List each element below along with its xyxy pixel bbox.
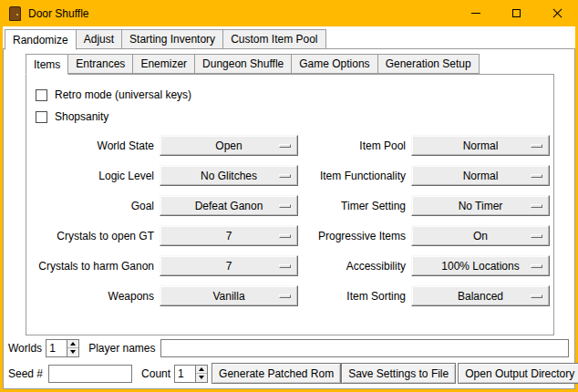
timer-setting-value: No Timer [459, 200, 503, 212]
dropdown-indicator-icon [531, 144, 542, 148]
world-state-value: Open [215, 139, 242, 152]
shopsanity-label: Shopsanity [55, 110, 108, 123]
world-state-dropdown[interactable]: Open [160, 135, 298, 156]
shopsanity-row: Shopsanity [26, 106, 553, 128]
retro-mode-row: Retro mode (universal keys) [26, 84, 553, 106]
count-input[interactable] [175, 366, 195, 382]
logic-level-label: Logic Level [34, 170, 154, 182]
crystals-ganon-value: 7 [226, 260, 232, 273]
retro-mode-checkbox[interactable] [36, 89, 47, 101]
accessibility-value: 100% Locations [441, 260, 519, 273]
timer-setting-dropdown[interactable]: No Timer [411, 195, 550, 216]
tab-adjust[interactable]: Adjust [76, 29, 122, 49]
save-settings-button[interactable]: Save Settings to File [341, 363, 456, 384]
tab-entrances[interactable]: Entrances [67, 54, 133, 74]
progressive-items-value: On [473, 230, 488, 242]
close-button[interactable] [537, 0, 578, 26]
titlebar[interactable]: Door Shuffle [0, 0, 578, 26]
timer-setting-label: Timer Setting [304, 200, 406, 212]
arrow-down-icon [70, 350, 76, 354]
crystals-gt-dropdown[interactable]: 7 [160, 225, 298, 246]
app-icon [9, 6, 21, 21]
logic-level-value: No Glitches [201, 170, 257, 182]
items-pane: Retro mode (universal keys) Shopsanity W… [26, 74, 554, 335]
worlds-spinner[interactable] [46, 339, 79, 357]
accessibility-dropdown[interactable]: 100% Locations [411, 255, 550, 276]
count-label: Count [141, 367, 170, 380]
seed-row: Seed # Count Generate Patched Rom Save S… [8, 363, 570, 384]
spin-down-button[interactable] [67, 347, 78, 356]
item-functionality-dropdown[interactable]: Normal [411, 165, 550, 186]
weapons-dropdown[interactable]: Vanilla [160, 285, 298, 306]
window-controls [455, 0, 578, 26]
count-spinner-arrows [195, 366, 207, 382]
tab-enemizer[interactable]: Enemizer [132, 54, 195, 74]
dropdown-indicator-icon [279, 204, 291, 208]
window-content: Randomize Adjust Starting Inventory Cust… [3, 26, 575, 389]
arrow-up-icon [70, 342, 76, 346]
item-functionality-value: Normal [463, 170, 499, 182]
options-grid: World State Open Item Pool Normal Logic … [26, 135, 553, 306]
spin-up-button[interactable] [67, 340, 78, 348]
weapons-label: Weapons [34, 290, 154, 303]
item-functionality-label: Item Functionality [304, 170, 406, 182]
maximize-icon [512, 9, 521, 17]
crystals-ganon-label: Crystals to harm Ganon [34, 260, 154, 273]
dropdown-indicator-icon [279, 174, 291, 178]
count-spinner[interactable] [174, 365, 208, 383]
item-sorting-label: Item Sorting [304, 290, 406, 303]
progressive-items-dropdown[interactable]: On [411, 225, 550, 246]
worlds-spinner-arrows [67, 340, 78, 356]
dropdown-indicator-icon [279, 264, 291, 268]
goal-label: Goal [34, 200, 154, 212]
generate-patched-rom-button[interactable]: Generate Patched Rom [212, 363, 341, 384]
minimize-button[interactable] [455, 0, 496, 26]
goal-dropdown[interactable]: Defeat Ganon [160, 195, 298, 216]
logic-level-dropdown[interactable]: No Glitches [160, 165, 298, 186]
crystals-gt-label: Crystals to open GT [34, 230, 154, 242]
spin-up-button[interactable] [196, 366, 207, 374]
dropdown-indicator-icon [279, 234, 291, 238]
world-state-label: World State [34, 139, 154, 152]
arrow-down-icon [199, 376, 204, 379]
dropdown-indicator-icon [531, 294, 542, 298]
dropdown-indicator-icon [531, 234, 542, 238]
goal-value: Defeat Ganon [195, 200, 263, 212]
crystals-gt-value: 7 [226, 230, 232, 242]
tab-randomize[interactable]: Randomize [5, 29, 77, 50]
tab-dungeon-shuffle[interactable]: Dungeon Shuffle [194, 54, 292, 74]
item-sorting-dropdown[interactable]: Balanced [411, 285, 550, 306]
arrow-up-icon [199, 367, 204, 371]
minimize-icon [471, 13, 480, 14]
retro-mode-label: Retro mode (universal keys) [55, 88, 191, 101]
player-names-label: Player names [88, 342, 155, 355]
item-pool-dropdown[interactable]: Normal [411, 135, 550, 156]
item-sorting-value: Balanced [458, 290, 503, 303]
tab-custom-item-pool[interactable]: Custom Item Pool [222, 29, 325, 49]
spin-down-button[interactable] [196, 373, 207, 382]
dropdown-indicator-icon [531, 264, 542, 268]
close-icon [552, 8, 563, 18]
tab-game-options[interactable]: Game Options [291, 54, 377, 74]
tab-items[interactable]: Items [26, 54, 68, 75]
randomize-pane: Items Entrances Enemizer Dungeon Shuffle… [3, 48, 575, 389]
tab-generation-setup[interactable]: Generation Setup [377, 54, 480, 74]
tab-starting-inventory[interactable]: Starting Inventory [121, 29, 223, 49]
worlds-label: Worlds [8, 342, 42, 355]
secondary-tab-bar: Items Entrances Enemizer Dungeon Shuffle… [4, 49, 574, 74]
primary-tab-bar: Randomize Adjust Starting Inventory Cust… [3, 26, 575, 49]
shopsanity-checkbox[interactable] [36, 111, 47, 123]
dropdown-indicator-icon [531, 174, 542, 178]
player-names-input[interactable] [160, 339, 570, 357]
crystals-ganon-dropdown[interactable]: 7 [160, 255, 298, 276]
open-output-directory-button[interactable]: Open Output Directory [458, 363, 578, 384]
seed-input[interactable] [48, 365, 132, 383]
worlds-input[interactable] [46, 340, 67, 356]
item-pool-value: Normal [463, 139, 499, 152]
window-title: Door Shuffle [28, 7, 89, 20]
seed-label: Seed # [8, 367, 43, 380]
maximize-button[interactable] [496, 0, 537, 26]
weapons-value: Vanilla [212, 290, 244, 303]
dropdown-indicator-icon [279, 294, 291, 298]
accessibility-label: Accessibility [304, 260, 406, 273]
